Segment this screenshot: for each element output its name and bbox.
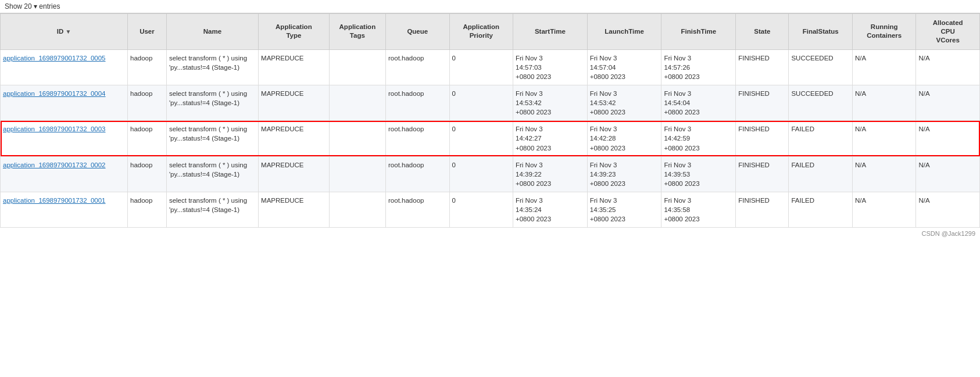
cell-user: hadoop	[127, 156, 166, 192]
applications-table: ID ▼ User Name ApplicationType Applicati…	[0, 13, 980, 228]
cell-apptags	[329, 156, 385, 192]
cell-user: hadoop	[127, 49, 166, 85]
col-header-apptags: ApplicationTags	[329, 14, 385, 50]
table-row: application_1698979001732_0004hadoopsele…	[1, 85, 980, 121]
col-header-finish: FinishTime	[661, 14, 736, 50]
cell-name: select transform ( * ) using 'py...statu…	[166, 49, 258, 85]
cell-queue: root.hadoop	[386, 156, 449, 192]
cell-start: Fri Nov 314:42:27+0800 2023	[513, 121, 588, 156]
cell-name: select transform ( * ) using 'py...statu…	[166, 121, 258, 156]
cell-finalstatus: FAILED	[789, 192, 852, 227]
cell-finish: Fri Nov 314:35:58+0800 2023	[661, 192, 736, 227]
col-header-apptype: ApplicationType	[259, 14, 330, 50]
cell-finalstatus: FAILED	[789, 156, 852, 192]
cell-state: FINISHED	[736, 156, 789, 192]
cell-start: Fri Nov 314:35:24+0800 2023	[513, 192, 588, 227]
cell-finish: Fri Nov 314:42:59+0800 2023	[661, 121, 736, 156]
cell-apptags	[329, 49, 385, 85]
cell-state: FINISHED	[736, 85, 789, 121]
cell-apptags	[329, 192, 385, 227]
table-row: application_1698979001732_0003hadoopsele…	[1, 121, 980, 156]
cell-id: application_1698979001732_0005	[1, 49, 128, 85]
col-header-state: State	[736, 14, 789, 50]
cell-state: FINISHED	[736, 49, 789, 85]
cell-name: select transform ( * ) using 'py...statu…	[166, 85, 258, 121]
cell-id: application_1698979001732_0004	[1, 85, 128, 121]
col-header-start: StartTime	[513, 14, 588, 50]
cell-queue: root.hadoop	[386, 49, 449, 85]
cell-running: N/A	[852, 192, 915, 227]
cell-apptype: MAPREDUCE	[259, 121, 330, 156]
col-header-running: RunningContainers	[852, 14, 915, 50]
cell-running: N/A	[852, 85, 915, 121]
cell-user: hadoop	[127, 192, 166, 227]
cell-start: Fri Nov 314:39:22+0800 2023	[513, 156, 588, 192]
cell-alloc: N/A	[916, 156, 980, 192]
cell-id: application_1698979001732_0002	[1, 156, 128, 192]
cell-launch: Fri Nov 314:53:42+0800 2023	[587, 85, 661, 121]
col-header-appprio: ApplicationPriority	[449, 14, 513, 50]
cell-apptype: MAPREDUCE	[259, 192, 330, 227]
cell-finalstatus: SUCCEEDED	[789, 85, 852, 121]
cell-apptype: MAPREDUCE	[259, 156, 330, 192]
cell-appprio: 0	[449, 85, 513, 121]
sort-arrow-id: ▼	[65, 28, 71, 35]
col-header-id[interactable]: ID ▼	[1, 14, 128, 50]
cell-user: hadoop	[127, 85, 166, 121]
cell-queue: root.hadoop	[386, 85, 449, 121]
cell-appprio: 0	[449, 121, 513, 156]
cell-finalstatus: SUCCEEDED	[789, 49, 852, 85]
cell-running: N/A	[852, 121, 915, 156]
cell-user: hadoop	[127, 121, 166, 156]
cell-finish: Fri Nov 314:39:53+0800 2023	[661, 156, 736, 192]
cell-appprio: 0	[449, 49, 513, 85]
cell-alloc: N/A	[916, 121, 980, 156]
table-header-row: ID ▼ User Name ApplicationType Applicati…	[1, 14, 980, 50]
cell-launch: Fri Nov 314:39:23+0800 2023	[587, 156, 661, 192]
cell-finalstatus: FAILED	[789, 121, 852, 156]
cell-apptags	[329, 121, 385, 156]
cell-id: application_1698979001732_0001	[1, 192, 128, 227]
table-row: application_1698979001732_0002hadoopsele…	[1, 156, 980, 192]
cell-running: N/A	[852, 156, 915, 192]
cell-apptype: MAPREDUCE	[259, 49, 330, 85]
cell-apptags	[329, 85, 385, 121]
cell-start: Fri Nov 314:53:42+0800 2023	[513, 85, 588, 121]
cell-state: FINISHED	[736, 192, 789, 227]
col-header-finalstatus: FinalStatus	[789, 14, 852, 50]
cell-id: application_1698979001732_0003	[1, 121, 128, 156]
cell-appprio: 0	[449, 192, 513, 227]
cell-name: select transform ( * ) using 'py...statu…	[166, 156, 258, 192]
cell-alloc: N/A	[916, 49, 980, 85]
cell-finish: Fri Nov 314:57:26+0800 2023	[661, 49, 736, 85]
col-header-launch: LaunchTime	[587, 14, 661, 50]
app-id-link[interactable]: application_1698979001732_0001	[3, 197, 106, 204]
col-header-name: Name	[166, 14, 258, 50]
app-id-link[interactable]: application_1698979001732_0002	[3, 161, 106, 168]
cell-alloc: N/A	[916, 85, 980, 121]
cell-launch: Fri Nov 314:57:04+0800 2023	[587, 49, 661, 85]
cell-running: N/A	[852, 49, 915, 85]
cell-launch: Fri Nov 314:42:28+0800 2023	[587, 121, 661, 156]
cell-state: FINISHED	[736, 121, 789, 156]
table-row: application_1698979001732_0005hadoopsele…	[1, 49, 980, 85]
watermark: CSDN @Jack1299	[0, 228, 980, 239]
table-row: application_1698979001732_0001hadoopsele…	[1, 192, 980, 227]
cell-launch: Fri Nov 314:35:25+0800 2023	[587, 192, 661, 227]
col-header-queue: Queue	[386, 14, 449, 50]
cell-appprio: 0	[449, 156, 513, 192]
cell-queue: root.hadoop	[386, 192, 449, 227]
cell-start: Fri Nov 314:57:03+0800 2023	[513, 49, 588, 85]
entries-control: Show 20 ▾ entries	[0, 0, 980, 13]
col-header-user: User	[127, 14, 166, 50]
cell-queue: root.hadoop	[386, 121, 449, 156]
cell-alloc: N/A	[916, 192, 980, 227]
app-id-link[interactable]: application_1698979001732_0003	[3, 125, 106, 132]
app-id-link[interactable]: application_1698979001732_0005	[3, 55, 106, 62]
cell-name: select transform ( * ) using 'py...statu…	[166, 192, 258, 227]
cell-finish: Fri Nov 314:54:04+0800 2023	[661, 85, 736, 121]
app-id-link[interactable]: application_1698979001732_0004	[3, 90, 106, 97]
cell-apptype: MAPREDUCE	[259, 85, 330, 121]
col-header-alloc: AllocatedCPUVCores	[916, 14, 980, 50]
show-entries-label: Show 20 ▾ entries	[5, 2, 60, 10]
